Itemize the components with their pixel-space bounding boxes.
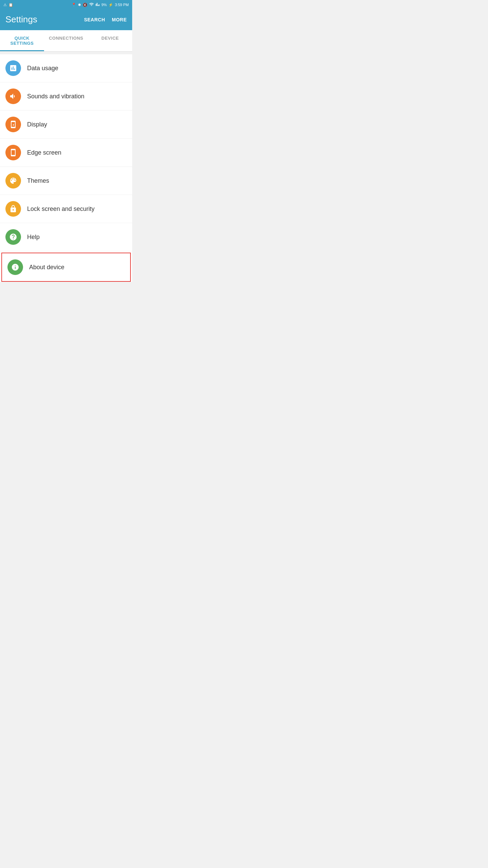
themes-icon [5, 173, 21, 189]
bluetooth-icon: ✱ [78, 3, 81, 7]
header-actions: SEARCH MORE [84, 17, 127, 22]
charging-icon: ⚡ [108, 3, 113, 7]
themes-item[interactable]: Themes [0, 167, 132, 195]
display-item[interactable]: Display [0, 111, 132, 139]
tab-connections[interactable]: CONNECTIONS [44, 30, 88, 51]
help-label: Help [27, 234, 40, 241]
signal-icon [96, 2, 100, 7]
help-icon [5, 229, 21, 245]
edge-screen-item[interactable]: Edge screen [0, 139, 132, 167]
help-item[interactable]: Help [0, 223, 132, 251]
data-usage-icon [5, 60, 21, 76]
tab-device[interactable]: DEVICE [88, 30, 132, 51]
lock-icon [5, 201, 21, 217]
data-usage-label: Data usage [27, 65, 58, 72]
data-usage-item[interactable]: Data usage [0, 54, 132, 82]
warning-icon: ⚠ [3, 3, 7, 7]
edge-screen-icon [5, 145, 21, 160]
lock-screen-item[interactable]: Lock screen and security [0, 195, 132, 223]
mute-icon: 🔇 [83, 3, 87, 7]
edge-screen-label: Edge screen [27, 149, 61, 156]
lock-screen-label: Lock screen and security [27, 205, 95, 213]
tab-bar: QUICK SETTINGS CONNECTIONS DEVICE [0, 30, 132, 52]
settings-list: Data usage Sounds and vibration Display … [0, 54, 132, 282]
more-button[interactable]: MORE [112, 17, 127, 22]
themes-label: Themes [27, 177, 49, 184]
about-icon [7, 259, 23, 275]
page-title: Settings [5, 14, 37, 25]
app-header: Settings SEARCH MORE [0, 9, 132, 30]
about-device-item[interactable]: About device [1, 253, 131, 282]
status-left-icons: ⚠ 📋 [3, 3, 13, 7]
status-right-icons: 📍 ✱ 🔇 9% ⚡ 3:59 PM [72, 2, 129, 7]
display-label: Display [27, 121, 47, 128]
location-icon: 📍 [72, 3, 76, 7]
wifi-icon [89, 2, 94, 7]
sounds-icon [5, 88, 21, 104]
tab-quick-settings[interactable]: QUICK SETTINGS [0, 30, 44, 51]
clock: 3:59 PM [115, 3, 129, 7]
sounds-vibration-item[interactable]: Sounds and vibration [0, 82, 132, 111]
about-device-label: About device [29, 264, 64, 271]
display-icon [5, 117, 21, 132]
sounds-label: Sounds and vibration [27, 93, 84, 100]
search-button[interactable]: SEARCH [84, 17, 105, 22]
clipboard-icon: 📋 [8, 3, 13, 7]
status-bar: ⚠ 📋 📍 ✱ 🔇 9% ⚡ 3:59 PM [0, 0, 132, 9]
battery-percent: 9% [101, 3, 107, 7]
